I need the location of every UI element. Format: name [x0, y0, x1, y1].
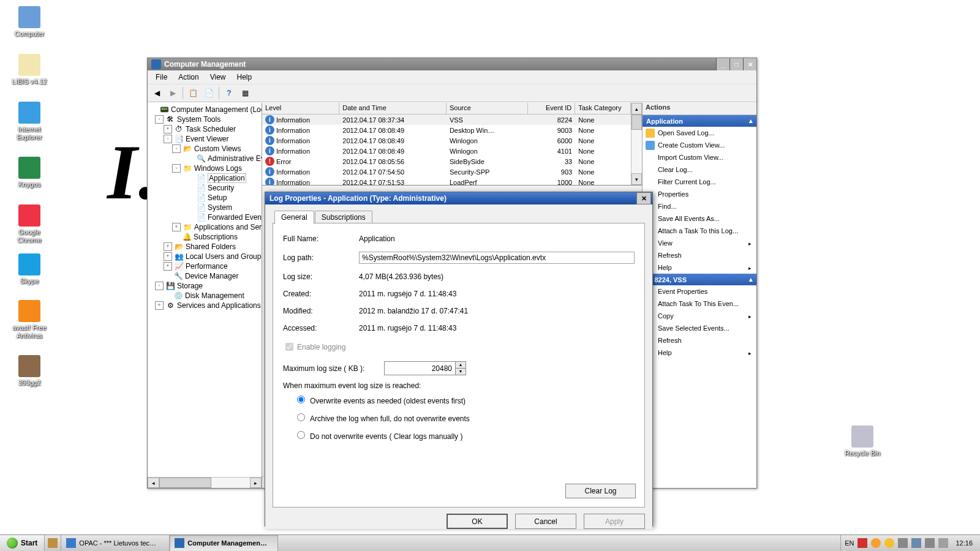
event-row[interactable]: iInformation2012.04.17 08:08:49Winlogon4…	[262, 146, 631, 156]
action-item[interactable]: View▸	[643, 237, 756, 249]
tree-node[interactable]: -📑Event Viewer	[148, 134, 262, 144]
spin-down-button[interactable]: ▼	[456, 369, 466, 375]
tree-node[interactable]: -💾Storage	[148, 281, 262, 291]
tree-node[interactable]: 🔔Subscriptions	[148, 232, 262, 242]
column-header[interactable]: Task Category	[575, 103, 631, 114]
maxsize-input[interactable]	[385, 362, 455, 375]
actions-header-application[interactable]: Application▴	[643, 115, 756, 127]
action-item[interactable]: Event Properties	[643, 285, 756, 298]
action-item[interactable]: Open Saved Log...	[643, 127, 756, 139]
tree-node[interactable]: +📁Applications and Servi	[148, 222, 262, 232]
tree-node[interactable]: 💿Disk Management	[148, 291, 262, 301]
action-item[interactable]: Properties	[643, 188, 756, 200]
desktop-icon[interactable]: 393gg2	[6, 355, 53, 387]
maxsize-spinner[interactable]: ▲▼	[384, 361, 466, 375]
tree-expander[interactable]: +	[164, 242, 172, 251]
dialog-close-button[interactable]: ✕	[636, 192, 651, 204]
action-item[interactable]: Help▸	[643, 261, 756, 274]
tray-icon[interactable]	[898, 538, 908, 548]
tree-expander[interactable]: -	[172, 144, 181, 153]
help-button[interactable]: ?	[222, 86, 236, 100]
action-item[interactable]: Filter Current Log...	[643, 176, 756, 188]
tree-node[interactable]: -📁Windows Logs	[148, 163, 262, 173]
forward-button[interactable]: ▶	[165, 86, 180, 100]
tree-node[interactable]: +📂Shared Folders	[148, 242, 262, 252]
tree-expander[interactable]: +	[155, 301, 164, 310]
action-item[interactable]: Find...	[643, 200, 756, 212]
tree-node[interactable]: -🛠System Tools	[148, 114, 262, 124]
event-row[interactable]: iInformation2012.04.17 07:51:53LoadPerf1…	[262, 177, 631, 185]
tree-expander[interactable]: -	[172, 164, 181, 173]
action-item[interactable]: Import Custom View...	[643, 151, 756, 163]
scroll-down-button[interactable]: ▾	[631, 173, 642, 185]
clear-log-button[interactable]: Clear Log	[565, 484, 636, 498]
menu-file[interactable]: File	[150, 71, 173, 83]
tray-icon[interactable]	[884, 538, 894, 548]
menu-action[interactable]: Action	[173, 71, 204, 83]
action-item[interactable]: Clear Log...	[643, 163, 756, 176]
actions-header-event[interactable]: nt 8224, VSS▴	[643, 274, 756, 285]
tree-node[interactable]: 🔧Device Manager	[148, 271, 262, 281]
tree-node[interactable]: 🔍Administrative Eve	[148, 154, 262, 163]
column-header[interactable]: Level	[262, 103, 339, 114]
tree-hscrollbar[interactable]: ◂ ▸	[148, 477, 262, 488]
tree-node[interactable]: +📈Performance	[148, 261, 262, 271]
scroll-up-button[interactable]: ▴	[631, 103, 642, 114]
task-computer-management[interactable]: Computer Managemen…	[170, 535, 278, 551]
tree-node[interactable]: +⏱Task Scheduler	[148, 124, 262, 134]
scroll-thumb[interactable]	[631, 114, 642, 130]
close-button[interactable]: ✕	[743, 58, 756, 70]
event-row[interactable]: iInformation2012.04.17 08:37:34VSS8224No…	[262, 114, 631, 125]
column-header[interactable]: Source	[447, 103, 528, 114]
tree-expander[interactable]: +	[164, 252, 172, 261]
ql-explorer-icon[interactable]	[48, 538, 58, 548]
tree-node[interactable]: 📄Forwarded Events	[148, 212, 262, 222]
grid-vscrollbar[interactable]: ▴ ▾	[631, 103, 642, 185]
tray-icon[interactable]	[858, 538, 867, 548]
tray-icon[interactable]	[938, 538, 948, 548]
tree-expander[interactable]: +	[164, 262, 172, 271]
event-row[interactable]: iInformation2012.04.17 08:08:49Winlogon6…	[262, 135, 631, 146]
view-button[interactable]: ▦	[238, 86, 252, 100]
tree-expander[interactable]: -	[164, 135, 172, 143]
menu-view[interactable]: View	[205, 71, 232, 83]
desktop-icon[interactable]: LIBIS v4.12	[6, 54, 53, 86]
tree-expander[interactable]: -	[155, 282, 164, 290]
events-grid[interactable]: LevelDate and TimeSourceEvent IDTask Cat…	[262, 103, 631, 185]
action-item[interactable]: Refresh	[643, 249, 756, 261]
volume-icon[interactable]	[871, 538, 881, 548]
action-item[interactable]: Copy▸	[643, 310, 756, 322]
logpath-input[interactable]	[359, 252, 635, 264]
desktop-icon[interactable]: avast! Free Antivirus	[6, 300, 53, 340]
tree-node[interactable]: 📄System	[148, 203, 262, 212]
radio-archive[interactable]: Archive the log when full, do not overwr…	[294, 411, 635, 423]
action-item[interactable]: Refresh	[643, 334, 756, 347]
tree-node[interactable]: 📄Application	[148, 173, 262, 183]
minimize-button[interactable]: _	[716, 58, 729, 70]
language-indicator[interactable]: EN	[845, 539, 854, 547]
navigation-tree[interactable]: 📟Computer Management (Local)-🛠System Too…	[148, 103, 262, 488]
desktop-icon[interactable]: Recycle Bin	[839, 425, 886, 457]
tree-node[interactable]: 📄Setup	[148, 193, 262, 203]
event-row[interactable]: iInformation2012.04.17 07:54:50Security-…	[262, 167, 631, 177]
tree-node[interactable]: -📂Custom Views	[148, 144, 262, 154]
task-opac[interactable]: OPAC - *** Lietuvos tec…	[61, 535, 170, 551]
desktop-icon[interactable]: Computer	[6, 6, 53, 38]
apply-button[interactable]: Apply	[584, 514, 645, 529]
scroll-left-button[interactable]: ◂	[148, 478, 159, 488]
tray-icon[interactable]	[925, 538, 935, 548]
clock[interactable]: 12:16	[952, 539, 976, 547]
event-row[interactable]: iInformation2012.04.17 08:08:49Desktop W…	[262, 125, 631, 135]
radio-manual[interactable]: Do not overwrite events ( Clear logs man…	[294, 429, 635, 441]
ok-button[interactable]: OK	[447, 514, 508, 529]
properties-button[interactable]: 📄	[202, 86, 216, 100]
maximize-button[interactable]: □	[729, 58, 743, 70]
scroll-right-button[interactable]: ▸	[250, 478, 262, 488]
dialog-titlebar[interactable]: Log Properties - Application (Type: Admi…	[265, 192, 652, 204]
tree-expander[interactable]: +	[172, 223, 181, 231]
up-button[interactable]: 📋	[186, 86, 200, 100]
tab-subscriptions[interactable]: Subscriptions	[315, 211, 372, 223]
desktop-icon[interactable]: Skype	[6, 253, 53, 285]
column-header[interactable]: Event ID	[528, 103, 575, 114]
tree-node[interactable]: 📄Security	[148, 183, 262, 193]
